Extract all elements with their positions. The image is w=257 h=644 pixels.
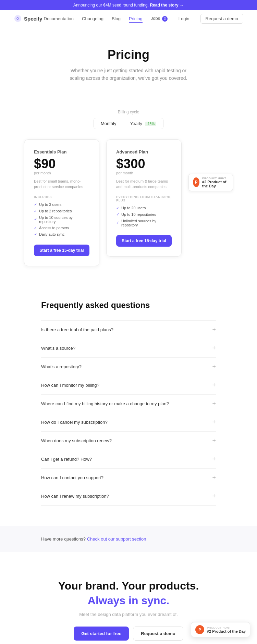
logo-text: Specify [24,16,42,22]
advanced-feature-3: ✓Unlimited sources by repository [116,218,172,228]
product-hunt-text: Product Hunt #2 Product of the Day [202,177,229,188]
essentials-feature-4: ✓Access to parsers [34,225,89,231]
banner-link[interactable]: Read the story → [150,3,184,8]
ph-float-tag: Product Hunt [207,626,246,629]
nav-changelog[interactable]: Changelog [82,16,103,21]
check-icon-8: ✓ [116,221,119,225]
faq-plus-3: + [212,363,216,370]
advanced-plan-desc: Best for medium & large teams and multi-… [116,178,172,190]
svg-point-1 [17,18,19,19]
faq-question-8: Can I get a refund? How? [41,457,92,462]
yearly-label: Yearly [130,121,142,126]
faq-plus-5: + [212,400,216,407]
faq-support-link[interactable]: Check out our support section [87,536,146,542]
faq-item-5[interactable]: Where can I find my billing history or m… [41,394,216,413]
faq-plus-2: + [212,345,216,352]
faq-question-9: How can I contact you support? [41,475,103,480]
faq-item-3[interactable]: What's a repository? + [41,357,216,376]
check-icon-7: ✓ [116,212,119,217]
faq-plus-6: + [212,419,216,426]
essentials-features: ✓Up to 3 users ✓Up to 2 repositories ✓Up… [34,201,89,238]
billing-label: Billing cycle [14,110,243,114]
faq-item-2[interactable]: What's a source? + [41,339,216,357]
hero-subtitle: Whether you're just getting started with… [63,67,194,82]
jobs-badge: 3 [162,16,168,22]
nav-jobs[interactable]: Jobs 3 [151,16,168,21]
billing-section: Billing cycle Monthly Yearly -15% [0,89,257,139]
faq-title: Frequently asked questions [41,300,216,310]
advanced-feature-1: ✓Up to 20 users [116,205,172,211]
check-icon-2: ✓ [34,209,37,213]
advanced-features: ✓Up to 20 users ✓Up to 10 repositories ✓… [116,205,172,228]
faq-footer-text: Have more questions? [41,536,86,542]
faq-item-4[interactable]: How can I monitor my billing? + [41,376,216,394]
faq-item-10[interactable]: How can I renew my subscription? + [41,487,216,506]
cta-line2: Always in sync. [14,594,243,607]
hero-section: Pricing Whether you're just getting star… [0,27,257,89]
check-icon-6: ✓ [116,206,119,210]
essentials-feature-5: ✓Daily auto sync [34,231,89,238]
faq-item-6[interactable]: How do I cancel my subscription? + [41,413,216,431]
advanced-plan-period: per month [116,171,172,175]
nav-links: Documentation Changelog Blog Pricing Job… [44,15,243,22]
product-hunt-badge[interactable]: P Product Hunt #2 Product of the Day [188,174,233,191]
cta-line1: Your brand. Your products. [14,579,243,592]
monthly-option[interactable]: Monthly [94,118,123,129]
essentials-plan-desc: Best for small teams, mono-product or se… [34,178,89,190]
essentials-feature-2: ✓Up to 2 repositories [34,208,89,214]
request-demo-button[interactable]: Request a demo [133,627,183,641]
faq-question-7: When does my subscription renew? [41,438,112,443]
advanced-cta-button[interactable]: Start a free 15-day trial [116,235,172,247]
cta-subtitle: Meet the design data platform you ever d… [14,612,243,617]
nav-documentation[interactable]: Documentation [44,16,74,21]
essentials-plan-price: $90 [34,157,89,170]
check-icon-1: ✓ [34,202,37,207]
advanced-plan-card: Advanced Plan $300 per month Best for me… [106,139,182,257]
banner-text: Announcing our €4M seed round funding. [73,3,149,8]
nav-blog[interactable]: Blog [112,16,121,21]
faq-item-1[interactable]: Is there a free trial of the paid plans?… [41,320,216,339]
ph-float-logo: P [195,625,204,634]
faq-section: Frequently asked questions Is there a fr… [0,280,257,526]
faq-footer: Have more questions? Check out our suppo… [0,526,257,552]
yearly-option[interactable]: Yearly -15% [123,118,163,129]
advanced-includes-label: EVERYTHING FROM STANDARD, PLUS [116,195,172,202]
hero-title: Pricing [14,48,243,62]
faq-question-10: How can I renew my subscription? [41,494,109,499]
pricing-cards: Essentials Plan $90 per month Best for s… [0,139,257,280]
logo-link[interactable]: Specify [14,14,42,23]
check-icon-5: ✓ [34,232,37,237]
nav-demo-button[interactable]: Request a demo [200,14,243,24]
faq-item-7[interactable]: When does my subscription renew? + [41,431,216,450]
faq-question-5: Where can I find my billing history or m… [41,401,169,406]
faq-question-4: How can I monitor my billing? [41,383,99,388]
faq-plus-9: + [212,474,216,481]
faq-question-1: Is there a free trial of the paid plans? [41,327,113,332]
faq-item-9[interactable]: How can I contact you support? + [41,468,216,487]
faq-question-2: What's a source? [41,346,75,351]
essentials-plan-period: per month [34,171,89,175]
advanced-plan-price: $300 [116,157,172,170]
essentials-includes-label: INCLUDES [34,195,89,199]
product-hunt-tag: Product Hunt [202,177,229,180]
nav-pricing[interactable]: Pricing [129,16,143,23]
product-hunt-float-badge[interactable]: P Product Hunt #2 Product of the Day [191,622,250,637]
essentials-cta-button[interactable]: Start a free 15-day trial [34,245,89,256]
main-nav: Specify Documentation Changelog Blog Pri… [0,10,257,27]
essentials-plan-card: Essentials Plan $90 per month Best for s… [24,139,99,266]
faq-plus-7: + [212,437,216,444]
product-hunt-title: #2 Product of the Day [202,180,229,188]
product-hunt-logo: P [193,177,199,187]
billing-toggle: Monthly Yearly -15% [94,118,163,129]
faq-plus-10: + [212,493,216,500]
essentials-plan-name: Essentials Plan [34,149,89,154]
get-started-button[interactable]: Get started for free [74,627,129,641]
faq-plus-1: + [212,326,216,333]
nav-login[interactable]: Login [179,16,189,21]
advanced-feature-2: ✓Up to 10 repositories [116,211,172,218]
announcement-banner: Announcing our €4M seed round funding. R… [0,0,257,10]
faq-question-6: How do I cancel my subscription? [41,420,108,425]
faq-plus-4: + [212,382,216,389]
yearly-badge: -15% [145,122,156,126]
faq-item-8[interactable]: Can I get a refund? How? + [41,450,216,468]
